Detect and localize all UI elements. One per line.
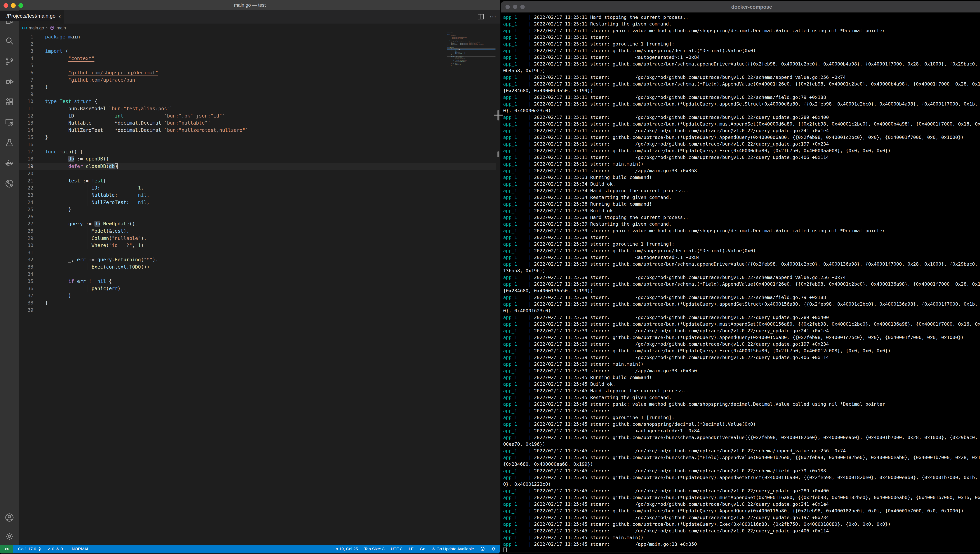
close-traffic-light[interactable]: [3, 3, 8, 8]
account-icon[interactable]: [5, 513, 14, 522]
line-number[interactable]: 20: [19, 170, 33, 177]
line-number[interactable]: 3: [19, 48, 33, 55]
split-editor-icon[interactable]: [477, 13, 485, 21]
minimap[interactable]: package mainimport ( "context" "github.c…: [447, 33, 495, 76]
code-line[interactable]: 34: [19, 271, 496, 278]
line-number[interactable]: 26: [19, 213, 33, 220]
notifications-bell-icon[interactable]: [491, 546, 496, 551]
line-number[interactable]: 28: [19, 228, 33, 235]
line-number[interactable]: 6: [19, 69, 33, 77]
code-line[interactable]: 17func main() {: [19, 148, 496, 156]
code-line[interactable]: 19 defer closeDB(db): [19, 163, 496, 170]
activity-bar[interactable]: [0, 10, 19, 545]
code-line[interactable]: 30 Where("id = ?", 1): [19, 242, 496, 249]
code-line[interactable]: 16: [19, 141, 496, 148]
status-language[interactable]: Go: [420, 546, 425, 551]
code-line[interactable]: 5: [19, 62, 496, 69]
line-number[interactable]: 38: [19, 299, 33, 307]
code-line[interactable]: 25 }: [19, 206, 496, 213]
line-number[interactable]: 25: [19, 206, 33, 213]
docker-icon[interactable]: [5, 158, 14, 168]
line-number[interactable]: 2: [19, 41, 33, 48]
line-number[interactable]: 1: [19, 34, 33, 41]
breadcrumb[interactable]: GO main.go › main: [19, 24, 500, 33]
code-line[interactable]: 39: [19, 307, 496, 314]
status-tab-size[interactable]: Tab Size: 8: [364, 546, 385, 551]
code-line[interactable]: 26: [19, 213, 496, 220]
settings-gear-icon[interactable]: [5, 532, 14, 541]
code-line[interactable]: 27 query := db.NewUpdate().: [19, 220, 496, 228]
line-number[interactable]: 15: [19, 134, 33, 141]
line-number[interactable]: 34: [19, 271, 33, 278]
terminal-titlebar[interactable]: docker-compose ⌥⌘2: [501, 2, 980, 13]
line-number[interactable]: 17: [19, 148, 33, 156]
code-line[interactable]: 24 NullZeroTest: nil,: [19, 199, 496, 206]
line-number[interactable]: 16: [19, 141, 33, 148]
breadcrumb-symbol[interactable]: main: [57, 26, 66, 30]
line-number[interactable]: 8: [19, 83, 33, 91]
line-number[interactable]: 19: [19, 163, 33, 170]
line-number[interactable]: 29: [19, 235, 33, 242]
line-number[interactable]: 33: [19, 263, 33, 271]
line-number[interactable]: 37: [19, 292, 33, 299]
editor-more-actions-icon[interactable]: ⋯: [490, 13, 496, 21]
code-line[interactable]: 2: [19, 41, 496, 48]
code-line[interactable]: 14 NullZeroTest *decimal.Decimal `bun:"n…: [19, 127, 496, 134]
status-eol[interactable]: LF: [409, 546, 414, 551]
code-editor[interactable]: 1package main23import (4 "context"56 "gi…: [19, 34, 496, 314]
git-graph-icon[interactable]: [5, 179, 14, 188]
code-line[interactable]: 38}: [19, 299, 496, 307]
code-line[interactable]: 3import (: [19, 48, 496, 55]
code-line[interactable]: 20: [19, 170, 496, 177]
line-number[interactable]: 13: [19, 120, 33, 127]
code-line[interactable]: 29 Column("nullable").: [19, 235, 496, 242]
line-number[interactable]: 36: [19, 285, 33, 292]
testing-icon[interactable]: [5, 138, 14, 147]
line-number[interactable]: 12: [19, 112, 33, 120]
code-line[interactable]: 13 Nullable *decimal.Decimal `bun:"nulla…: [19, 120, 496, 127]
line-number[interactable]: 7: [19, 77, 33, 84]
code-line[interactable]: 22 ID: 1,: [19, 184, 496, 192]
line-number[interactable]: 21: [19, 177, 33, 185]
line-number[interactable]: 9: [19, 91, 33, 98]
status-go-update[interactable]: ⚠ Go Update Available: [431, 546, 474, 551]
code-line[interactable]: 37 }: [19, 292, 496, 299]
code-line[interactable]: 31: [19, 249, 496, 256]
status-cursor-position[interactable]: Ln 19, Col 25: [333, 546, 358, 551]
line-number[interactable]: 14: [19, 127, 33, 134]
terminal-window[interactable]: docker-compose ⌥⌘2 app_1 | 2022/02/17 11…: [501, 1, 980, 552]
line-number[interactable]: 39: [19, 307, 33, 314]
line-number[interactable]: 32: [19, 256, 33, 263]
line-number[interactable]: 30: [19, 242, 33, 249]
line-number[interactable]: 10: [19, 98, 33, 105]
extensions-icon[interactable]: [5, 97, 14, 107]
line-number[interactable]: 24: [19, 199, 33, 206]
vim-mode-indicator[interactable]: -- NORMAL --: [68, 546, 93, 551]
source-control-icon[interactable]: [5, 56, 14, 66]
line-number[interactable]: 22: [19, 184, 33, 192]
code-line[interactable]: 9: [19, 91, 496, 98]
code-line[interactable]: 32 _, err := query.Returning("*").: [19, 256, 496, 263]
code-line[interactable]: 36 panic(err): [19, 285, 496, 292]
vscode-titlebar[interactable]: main.go — test: [0, 0, 500, 10]
code-line[interactable]: 6 "github.com/shopspring/decimal": [19, 69, 496, 77]
code-line[interactable]: 23 Nullable: nil,: [19, 192, 496, 199]
code-line[interactable]: 4 "context": [19, 55, 496, 62]
line-number[interactable]: 5: [19, 62, 33, 69]
line-number[interactable]: 18: [19, 155, 33, 163]
line-number[interactable]: 11: [19, 105, 33, 112]
status-go-version[interactable]: Go 1.17.6: [18, 546, 42, 551]
line-number[interactable]: 23: [19, 192, 33, 199]
code-line[interactable]: 21 test := Test{: [19, 177, 496, 185]
code-line[interactable]: 15}: [19, 134, 496, 141]
code-line[interactable]: 35 if err != nil {: [19, 278, 496, 285]
code-line[interactable]: 28 Model(&test).: [19, 228, 496, 235]
code-line[interactable]: 1package main: [19, 34, 496, 41]
line-number[interactable]: 27: [19, 220, 33, 228]
breadcrumb-file[interactable]: main.go: [29, 26, 44, 30]
code-line[interactable]: 33 Exec(context.TODO()): [19, 263, 496, 271]
window-resize-handle[interactable]: [498, 152, 500, 157]
search-icon[interactable]: [5, 36, 14, 46]
feedback-icon[interactable]: [480, 546, 485, 551]
line-number[interactable]: 4: [19, 55, 33, 62]
